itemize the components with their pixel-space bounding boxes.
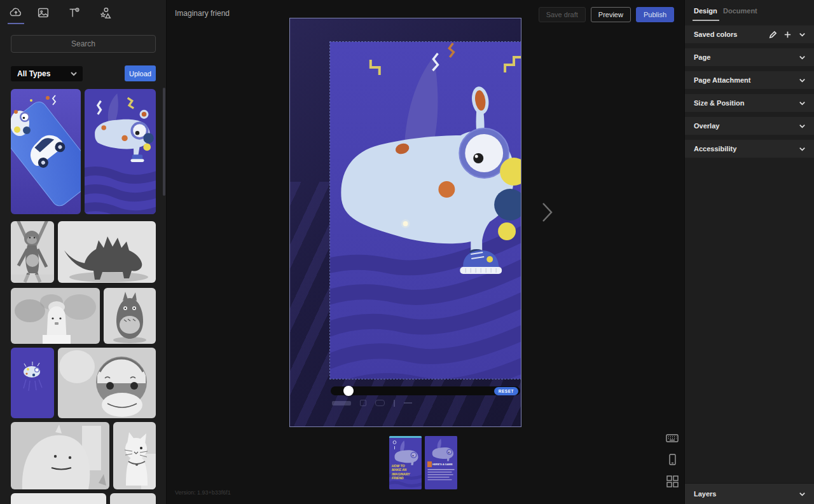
- section-label: Page Attachment: [685, 76, 798, 84]
- section-page[interactable]: Page: [685, 48, 814, 66]
- type-filter-label: All Types: [11, 69, 70, 78]
- save-draft-button[interactable]: Save draft: [539, 7, 586, 22]
- tab-design[interactable]: Design: [694, 7, 717, 15]
- section-label: Overlay: [685, 122, 798, 130]
- section-saved-colors[interactable]: Saved colors: [685, 25, 814, 43]
- chevron-down-icon[interactable]: [798, 490, 806, 498]
- design-panel: Design Document Saved colors Page Page A…: [684, 0, 814, 504]
- app-window: All Types Upload: [0, 0, 814, 504]
- section-label: Page: [685, 53, 798, 61]
- page2-accent-block: [427, 461, 432, 467]
- preview-button[interactable]: Preview: [591, 7, 631, 22]
- canvas-area: Imaginary friend Save draft Preview Publ…: [167, 0, 684, 504]
- section-label: Size & Position: [685, 99, 798, 107]
- grid-view-icon[interactable]: [665, 474, 680, 489]
- thumbnail-light-a[interactable]: [11, 493, 106, 504]
- thumbnail-plush-figures[interactable]: [11, 288, 100, 344]
- zoom-slider: RESET: [331, 385, 520, 397]
- publish-button[interactable]: Publish: [636, 7, 674, 22]
- chevron-down-icon[interactable]: [798, 76, 806, 85]
- chevron-down-icon[interactable]: [798, 122, 806, 130]
- thumbnail-stegosaurus[interactable]: [58, 221, 156, 283]
- text-tab-text-icon[interactable]: [66, 5, 82, 22]
- page-thumbnail-1[interactable]: HOW TO MAKE AN IMAGINARY FRIEND: [389, 436, 422, 489]
- design-frame[interactable]: RESET: [289, 18, 521, 427]
- ghost-page-label: [332, 401, 351, 405]
- mobile-preview-icon[interactable]: [665, 453, 680, 468]
- chevron-down-icon: [70, 70, 78, 78]
- ghost-page-toolbar: [332, 398, 485, 407]
- tab-document[interactable]: Document: [723, 7, 757, 15]
- section-overlay[interactable]: Overlay: [685, 117, 814, 135]
- selected-page-indicator: [389, 436, 422, 438]
- section-page-attachment[interactable]: Page Attachment: [685, 71, 814, 89]
- page-thumbnail-2[interactable]: HERE'S A GAME: [425, 436, 457, 489]
- section-accessibility[interactable]: Accessibility: [685, 140, 814, 158]
- ghost-duplicate-icon: [360, 400, 366, 406]
- next-page-chevron[interactable]: [537, 198, 556, 226]
- layers-label: Layers: [685, 490, 798, 498]
- sidebar-toolbar: [0, 0, 166, 28]
- type-filter-dropdown[interactable]: All Types: [11, 66, 83, 81]
- zoom-slider-track[interactable]: [331, 386, 520, 395]
- upload-button[interactable]: Upload: [125, 65, 156, 81]
- section-size-position[interactable]: Size & Position: [685, 94, 814, 112]
- search-input[interactable]: [11, 35, 156, 53]
- page2-title-text: HERE'S A GAME: [432, 463, 453, 466]
- imaginary-friend-artwork: [330, 42, 521, 379]
- chevron-down-icon[interactable]: [798, 53, 806, 62]
- thumbnail-cat-figurine[interactable]: [113, 422, 156, 489]
- media-sidebar: All Types Upload: [0, 0, 167, 504]
- ghost-divider: [394, 400, 395, 407]
- thumbnail-sock-monkey[interactable]: [58, 348, 156, 418]
- chevron-down-icon[interactable]: [798, 31, 806, 39]
- active-tool-underline: [8, 23, 24, 24]
- images-tab-image-icon[interactable]: [35, 5, 52, 22]
- active-tab-underline: [693, 20, 719, 21]
- thumbnail-small-creature[interactable]: [11, 348, 54, 418]
- thumbnail-light-b[interactable]: [110, 493, 156, 504]
- plus-icon[interactable]: [783, 31, 792, 39]
- sidebar-scrollbar[interactable]: [163, 88, 165, 196]
- version-text: Version: 1.93+b33f6f1: [175, 489, 231, 496]
- ghost-layout-icon: [375, 400, 385, 406]
- elements-tab-shapes-icon[interactable]: [97, 5, 114, 22]
- thumbnail-wooden-monkey[interactable]: [11, 221, 54, 283]
- page1-title-text: HOW TO MAKE AN IMAGINARY FRIEND: [392, 464, 413, 480]
- ghost-minus-icon: [404, 402, 412, 404]
- keyboard-shortcuts-icon[interactable]: [665, 431, 680, 446]
- section-icons: [769, 31, 814, 39]
- zoom-slider-knob[interactable]: [343, 386, 354, 396]
- layers-section[interactable]: Layers: [685, 483, 814, 504]
- thumbnail-plush-creature[interactable]: [11, 422, 109, 489]
- chevron-down-icon[interactable]: [798, 145, 806, 153]
- header-actions: Save draft Preview Publish: [539, 7, 674, 22]
- panel-tabs: Design Document: [685, 0, 814, 23]
- view-mode-icons: [665, 431, 681, 496]
- uploads-tab-cloud-icon[interactable]: [8, 5, 24, 22]
- thumbnail-imaginary-friend[interactable]: [85, 89, 156, 214]
- artboard-page[interactable]: [330, 42, 521, 379]
- zoom-reset-button[interactable]: RESET: [494, 387, 518, 395]
- page-thumbnails: HOW TO MAKE AN IMAGINARY FRIEND: [389, 436, 457, 489]
- thumbnail-totoro[interactable]: [104, 288, 156, 344]
- thumbnail-phone-car[interactable]: [11, 89, 81, 214]
- section-label: Saved colors: [685, 31, 769, 38]
- search-field-wrap: [11, 35, 156, 53]
- document-title: Imaginary friend: [175, 9, 230, 18]
- chevron-down-icon[interactable]: [798, 99, 806, 107]
- section-label: Accessibility: [685, 145, 798, 153]
- pencil-icon[interactable]: [769, 31, 777, 39]
